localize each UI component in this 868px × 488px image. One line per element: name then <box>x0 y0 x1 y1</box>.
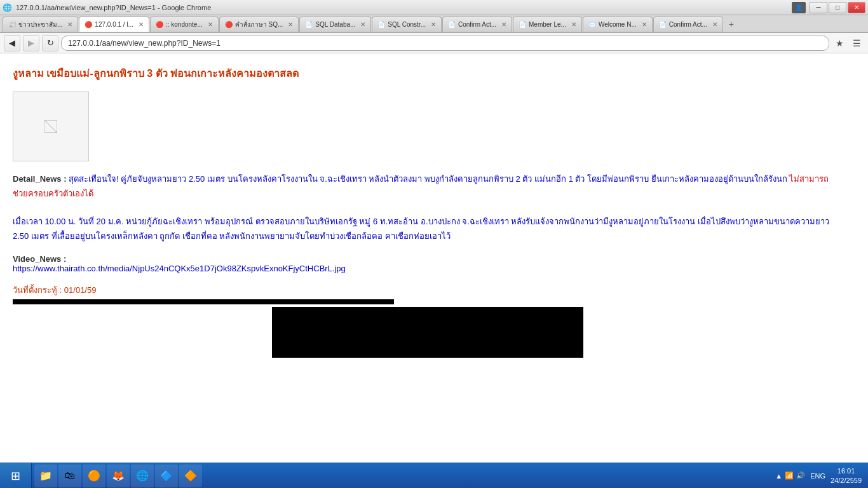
volume-icon: 🔊 <box>796 471 805 480</box>
detail-section: Detail_News : สุดสะเทือนใจ! คู่ภัยจับงูห… <box>13 172 843 201</box>
tab-label-6: SQL Constr... <box>388 21 426 28</box>
tab-10[interactable]: 📄 Confirm Act... ✕ <box>653 17 723 32</box>
tab-favicon-7: 📄 <box>448 21 456 28</box>
tab-label-5: SQL Databa... <box>315 21 355 28</box>
news-paragraph: เมื่อเวลา 10.00 น. วันที่ 20 ม.ค. หน่วยก… <box>13 214 843 244</box>
new-tab-button[interactable]: + <box>724 17 739 32</box>
news-image-container <box>13 92 843 161</box>
chrome-button[interactable]: 🌐 <box>131 464 154 487</box>
tab-favicon-2: 🔴 <box>85 21 92 28</box>
tab-favicon-6: 📄 <box>377 21 385 28</box>
tab-label-2: 127.0.0.1 / l... <box>95 21 133 28</box>
signal-icon: 📶 <box>785 471 794 480</box>
title-bar: 🌐 127.0.0.1/aa/new/view_new.php?ID_News=… <box>0 0 868 15</box>
title-bar-left: 🌐 127.0.0.1/aa/new/view_new.php?ID_News=… <box>3 3 792 12</box>
windows-icon: ⊞ <box>11 469 20 483</box>
video-player <box>272 307 583 358</box>
forward-button[interactable]: ▶ <box>23 35 39 51</box>
tab-close-4[interactable]: ✕ <box>288 21 293 28</box>
store-button[interactable]: 🛍 <box>58 464 81 487</box>
tab-label-7: Confirm Act... <box>458 21 496 28</box>
tab-6[interactable]: 📄 SQL Constr... ✕ <box>372 17 442 32</box>
back-button[interactable]: ◀ <box>4 35 20 51</box>
detail-text: สุดสะเทือนใจ! คู่ภัยจับงูหลามยาว 2.50 เม… <box>69 174 789 184</box>
paragraph-text: เมื่อเวลา 10.00 น. วันที่ 20 ม.ค. หน่วยก… <box>13 217 829 241</box>
broken-image-icon <box>44 120 57 133</box>
svg-line-1 <box>44 120 57 133</box>
news-image <box>13 92 89 161</box>
tab-label-10: Confirm Act... <box>669 21 707 28</box>
news-title: งูหลาม เขมือบแม่-ลูกนกพิราบ 3 ตัว พ่อนกเ… <box>13 66 843 81</box>
black-bar <box>13 299 394 304</box>
tab-8[interactable]: 📄 Member Le... ✕ <box>513 17 582 32</box>
tab-close-3[interactable]: ✕ <box>208 21 213 28</box>
arrow-up-icon: ▲ <box>775 472 782 480</box>
app7-button[interactable]: 🔶 <box>179 464 202 487</box>
tab-close-10[interactable]: ✕ <box>712 21 717 28</box>
taskbar: ⊞ 📁 🛍 🟠 🦊 🌐 🔷 🔶 ▲ 📶 🔊 ENG 16:01 24/2/255… <box>0 463 868 488</box>
nav-right: ★ ☰ <box>832 36 864 51</box>
tab-favicon-9: ✉️ <box>588 21 596 28</box>
file-explorer-button[interactable]: 📁 <box>34 464 57 487</box>
tab-3[interactable]: 🔴 :: kondonte... ✕ <box>150 17 219 32</box>
tab-close-6[interactable]: ✕ <box>431 21 436 28</box>
bookmark-button[interactable]: ★ <box>832 36 847 51</box>
taskbar-right: ▲ 📶 🔊 ENG 16:01 24/2/2559 <box>769 466 868 485</box>
video-label: Video_News : <box>13 254 66 264</box>
date-display: 24/2/2559 <box>831 476 862 485</box>
chrome-icon: 🌐 <box>3 3 15 12</box>
tab-favicon-1: 📰 <box>8 21 16 28</box>
tab-2[interactable]: 🔴 127.0.0.1 / l... ✕ <box>79 17 149 32</box>
detail-label: Detail_News : <box>13 174 67 184</box>
tab-close-9[interactable]: ✕ <box>642 21 647 28</box>
menu-button[interactable]: ☰ <box>849 36 864 51</box>
tabs-bar: 📰 ข่าวประชาสัม... ✕ 🔴 127.0.0.1 / l... ✕… <box>0 15 868 33</box>
firefox-button[interactable]: 🦊 <box>107 464 130 487</box>
user-icon: 👤 <box>792 2 806 13</box>
tab-favicon-8: 📄 <box>519 21 526 28</box>
taskbar-quick-icons: 📁 🛍 🟠 🦊 🌐 🔷 🔶 <box>32 464 205 487</box>
clock: 16:01 24/2/2559 <box>831 466 862 485</box>
tab-close-1[interactable]: ✕ <box>67 21 72 28</box>
tab-favicon-10: 📄 <box>659 21 667 28</box>
tab-favicon-5: 📄 <box>305 21 313 28</box>
app6-button[interactable]: 🔷 <box>155 464 178 487</box>
app3-button[interactable]: 🟠 <box>83 464 105 487</box>
sys-tray-icons: ▲ 📶 🔊 <box>775 471 805 480</box>
tab-label-9: Welcome N... <box>599 21 637 28</box>
tab-5[interactable]: 📄 SQL Databa... ✕ <box>299 17 371 32</box>
tab-close-7[interactable]: ✕ <box>501 21 506 28</box>
window-controls: 👤 ─ □ ✕ <box>792 2 865 13</box>
video-section: Video_News : https://www.thairath.co.th/… <box>13 254 843 273</box>
maximize-button[interactable]: □ <box>829 2 846 13</box>
tab-close-8[interactable]: ✕ <box>571 21 576 28</box>
time-display: 16:01 <box>831 466 862 475</box>
url-bar[interactable] <box>61 36 829 51</box>
window-title: 127.0.0.1/aa/new/view_new.php?ID_News=1 … <box>16 4 211 11</box>
tab-label-1: ข่าวประชาสัม... <box>18 20 62 29</box>
date-label: วันที่ตั้งกระทู้ : 01/01/59 <box>13 285 96 295</box>
tab-1[interactable]: 📰 ข่าวประชาสัม... ✕ <box>3 17 78 32</box>
close-button[interactable]: ✕ <box>848 2 865 13</box>
nav-bar: ◀ ▶ ↻ ★ ☰ <box>0 33 868 53</box>
tab-4[interactable]: 🔴 คำสั่งภาษา SQ... ✕ <box>219 17 299 32</box>
tab-favicon-3: 🔴 <box>156 21 163 28</box>
refresh-button[interactable]: ↻ <box>42 35 58 51</box>
video-url: https://www.thairath.co.th/media/NjpUs24… <box>13 264 346 273</box>
language-indicator: ENG <box>810 472 825 480</box>
browser-window: 🌐 127.0.0.1/aa/new/view_new.php?ID_News=… <box>0 0 868 463</box>
tab-label-4: คำสั่งภาษา SQ... <box>235 20 283 29</box>
tab-close-5[interactable]: ✕ <box>360 21 365 28</box>
tab-9[interactable]: ✉️ Welcome N... ✕ <box>583 17 653 32</box>
start-button[interactable]: ⊞ <box>0 463 32 489</box>
tab-label-3: :: kondonte... <box>166 21 203 28</box>
date-section: วันที่ตั้งกระทู้ : 01/01/59 <box>13 283 843 297</box>
minimize-button[interactable]: ─ <box>810 2 827 13</box>
tab-favicon-4: 🔴 <box>225 21 233 28</box>
tab-7[interactable]: 📄 Confirm Act... ✕ <box>442 17 512 32</box>
page-content: งูหลาม เขมือบแม่-ลูกนกพิราบ 3 ตัว พ่อนกเ… <box>0 53 868 463</box>
tab-label-8: Member Le... <box>529 21 566 28</box>
tab-close-2[interactable]: ✕ <box>139 21 144 28</box>
